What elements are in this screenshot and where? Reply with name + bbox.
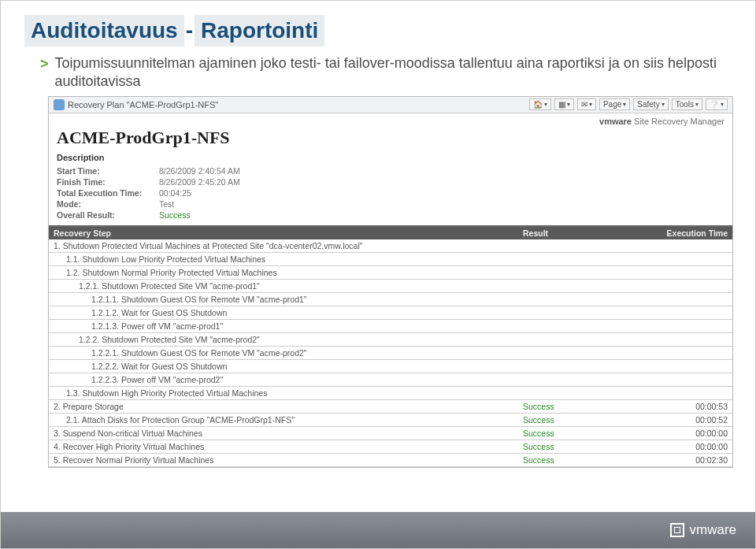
result-cell: Success [523,402,649,411]
time-cell: 00:02:30 [649,455,728,465]
table-row: 2. Prepare StorageSuccess00:00:53 [49,400,732,414]
meta-value: Success [159,210,191,220]
step-cell: 4. Recover High Priority Virtual Machine… [54,442,523,451]
feeds-button[interactable]: ▦▾ [554,98,574,110]
bullet-arrow-icon: > [40,56,49,72]
step-cell: 1.2.1.2. Wait for Guest OS Shutdown [54,308,523,317]
table-row: 1.2.1. Shutdown Protected Site VM "acme-… [49,280,732,293]
plan-title: ACME-ProdGrp1-NFS [49,126,732,153]
time-cell [649,375,728,384]
step-cell: 1.1. Shutdown Low Priority Protected Vir… [54,254,523,264]
step-cell: 1.3. Shutdown High Priority Protected Vi… [54,388,523,398]
meta-label: Total Execution Time: [57,188,159,198]
meta-value: 00:04:25 [159,188,191,198]
vmware-logo-text: vmware [689,522,736,538]
result-cell [523,375,649,384]
steps-table: Recovery Step Result Execution Time 1. S… [49,225,732,467]
result-cell: Success [523,442,649,451]
slide-title-row: Auditoitavuus - Raportointi [24,15,732,46]
help-button[interactable]: ❔▾ [706,98,728,110]
bullet-item: > Toipumissuunnitelman ajaminen joko tes… [40,54,732,91]
embedded-screenshot: Recovery Plan "ACME-ProdGrp1-NFS" 🏠▾ ▦▾ … [48,96,733,468]
table-row: 1.3. Shutdown High Priority Protected Vi… [49,387,732,400]
result-cell [523,308,649,317]
srm-logo: vmware Site Recovery Manager [599,117,724,126]
time-cell: 00:00:52 [649,415,728,425]
time-cell [649,321,728,331]
table-row: 1.2.1.2. Wait for Guest OS Shutdown [49,306,732,320]
srm-product: Site Recovery Manager [632,117,724,126]
vmware-logo: vmware [670,522,736,538]
srm-header: vmware Site Recovery Manager [49,113,732,126]
result-cell [523,295,649,304]
meta-label: Start Time: [57,166,159,176]
step-cell: 1. Shutdown Protected Virtual Machines a… [54,241,523,250]
meta-label: Overall Result: [57,210,159,220]
meta-value: 8/26/2009 2:40:54 AM [159,166,240,176]
ie-tab[interactable]: Recovery Plan "ACME-ProdGrp1-NFS" [54,99,218,110]
result-cell [523,254,649,264]
table-row: 5. Recover Normal Priority Virtual Machi… [49,454,732,467]
meta-row: Mode:Test [57,198,724,210]
meta-label: Finish Time: [57,177,159,187]
steps-header: Recovery Step Result Execution Time [49,227,732,239]
step-cell: 2. Prepare Storage [54,402,523,411]
meta-value: 8/26/2009 2:45:20 AM [159,177,240,187]
result-cell [523,335,649,344]
table-row: 1.1. Shutdown Low Priority Protected Vir… [49,253,732,266]
table-row: 1.2.2.2. Wait for Guest OS Shutdown [49,360,732,373]
meta-row: Total Execution Time:00:04:25 [57,187,724,198]
step-cell: 2.1. Attach Disks for Protection Group "… [54,415,523,425]
meta-row: Overall Result:Success [57,210,724,221]
result-cell [523,268,649,277]
step-cell: 1.2.1.3. Power off VM "acme-prod1" [54,321,523,331]
col-step-header: Recovery Step [54,228,523,238]
result-cell: Success [523,428,649,438]
steps-body: 1. Shutdown Protected Virtual Machines a… [49,239,732,467]
result-cell: Success [523,455,649,465]
step-cell: 1.2.1.1. Shutdown Guest OS for Remote VM… [54,295,523,304]
mail-button[interactable]: ✉▾ [577,98,596,110]
meta-value: Test [159,199,174,209]
result-cell: Success [523,415,649,425]
meta-label: Mode: [57,199,159,209]
time-cell: 00:00:00 [649,428,728,438]
result-cell [523,388,649,398]
time-cell [649,295,728,304]
ie-favicon-icon [54,99,65,110]
step-cell: 1.2.2. Shutdown Protected Site VM "acme-… [54,335,523,344]
slide-title-part1: Auditoitavuus [24,15,184,46]
slide-title-sep: - [184,15,195,46]
table-row: 1.2. Shutdown Normal Priority Protected … [49,266,732,280]
safety-button[interactable]: Safety ▾ [633,98,668,110]
table-row: 4. Recover High Priority Virtual Machine… [49,440,732,454]
table-row: 1.2.1.1. Shutdown Guest OS for Remote VM… [49,293,732,306]
table-row: 1.2.1.3. Power off VM "acme-prod1" [49,320,732,333]
table-row: 1.2.2.1. Shutdown Guest OS for Remote VM… [49,347,732,360]
step-cell: 1.2.1. Shutdown Protected Site VM "acme-… [54,281,523,291]
ie-tab-title: Recovery Plan "ACME-ProdGrp1-NFS" [68,100,218,109]
vmware-box-icon [670,523,684,537]
meta-table: Start Time:8/26/2009 2:40:54 AMFinish Ti… [49,165,732,225]
table-row: 1.2.2.3. Power off VM "acme-prod2" [49,373,732,387]
time-cell [649,268,728,277]
time-cell [649,335,728,344]
step-cell: 1.2. Shutdown Normal Priority Protected … [54,268,523,277]
page-button[interactable]: Page ▾ [599,98,630,110]
tools-button[interactable]: Tools ▾ [672,98,702,110]
step-cell: 3. Suspend Non-critical Virtual Machines [54,428,523,438]
meta-row: Finish Time:8/26/2009 2:45:20 AM [57,176,724,187]
step-cell: 5. Recover Normal Priority Virtual Machi… [54,455,523,465]
table-row: 2.1. Attach Disks for Protection Group "… [49,414,732,427]
result-cell [523,281,649,291]
time-cell: 00:00:53 [649,402,728,411]
time-cell [649,388,728,398]
table-row: 1. Shutdown Protected Virtual Machines a… [49,239,732,253]
time-cell [649,362,728,371]
step-cell: 1.2.2.2. Wait for Guest OS Shutdown [54,362,523,371]
result-cell [523,348,649,358]
col-result-header: Result [523,228,649,238]
slide-frame: Auditoitavuus - Raportointi > Toipumissu… [0,0,756,549]
home-button[interactable]: 🏠▾ [529,98,551,110]
step-cell: 1.2.2.3. Power off VM "acme-prod2" [54,375,523,384]
